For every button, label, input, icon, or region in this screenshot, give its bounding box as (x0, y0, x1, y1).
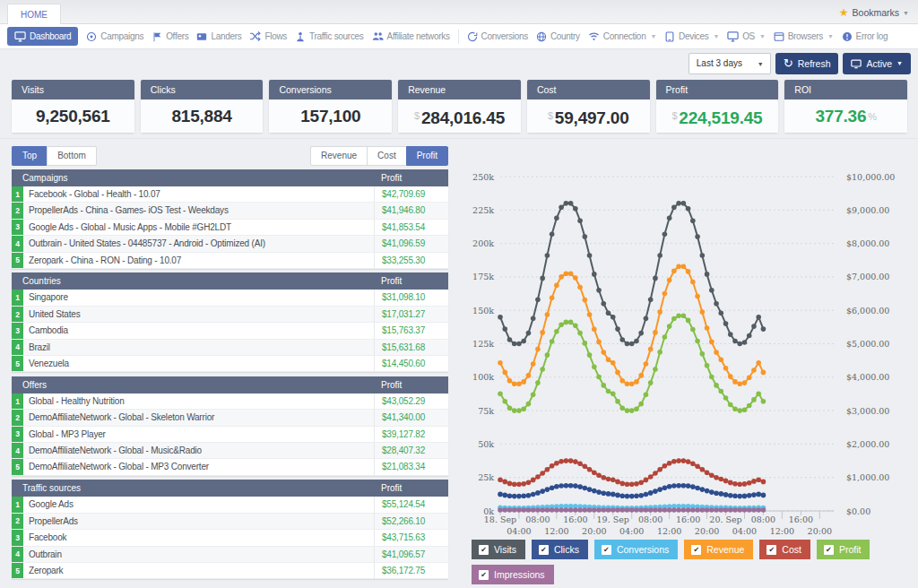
stat-value: $59,497.00 (527, 99, 650, 133)
table-row[interactable]: 5Venezuela$14,450.60 (12, 356, 448, 372)
legend-toggle-impressions[interactable]: ✔Impressions (472, 565, 554, 584)
svg-text:250k: 250k (472, 172, 494, 182)
nav-item-conversions[interactable]: Conversions (467, 31, 528, 42)
table-row[interactable]: 5Zeropark - China - RON - Dating - 10.07… (12, 253, 448, 269)
legend-toggle-visits[interactable]: ✔Visits (472, 540, 525, 559)
nav-item-landers[interactable]: Landers (196, 31, 241, 42)
row-value: $36,172.75 (374, 563, 448, 578)
date-range-select[interactable]: Last 3 days ▼ (688, 53, 771, 74)
svg-text:04:00: 04:00 (732, 526, 757, 536)
svg-text:20. Sep: 20. Sep (709, 514, 741, 524)
nav-item-os[interactable]: OS▼ (727, 30, 766, 42)
flows-icon (249, 30, 261, 42)
row-value: $39,127.82 (374, 427, 448, 442)
rank-badge: 4 (12, 547, 23, 562)
table-row[interactable]: 4Brazil$15,631.68 (12, 340, 448, 356)
row-value: $15,631.68 (374, 340, 448, 355)
svg-text:08:00: 08:00 (751, 514, 775, 524)
stat-value: 9,250,561 (12, 99, 134, 133)
toggle-bottom[interactable]: Bottom (47, 146, 97, 166)
main-nav: DashboardCampaignsOffersLandersFlowsTraf… (0, 24, 918, 49)
legend-toggle-conversions[interactable]: ✔Conversions (594, 540, 678, 559)
table-row[interactable]: 5Zeropark$36,172.75 (12, 563, 448, 579)
table-title: Offers (12, 380, 374, 390)
chart-legend: ✔Visits✔Clicks✔Conversions✔Revenue✔Cost✔… (472, 540, 914, 588)
stat-label: Visits (12, 80, 134, 99)
table-row[interactable]: 3Global - MP3 Player$39,127.82 (12, 427, 448, 443)
row-name: Venezuela (23, 356, 374, 371)
nav-item-browsers[interactable]: Browsers▼ (774, 31, 834, 42)
table-row[interactable]: 4Outbrain - United States - 04485737 - A… (12, 236, 448, 252)
nav-item-label: Offers (166, 31, 188, 41)
legend-toggle-clicks[interactable]: ✔Clicks (532, 540, 588, 559)
stat-label: Revenue (398, 80, 521, 99)
table-row[interactable]: 2DemoAffiliateNetwork - Global - Skeleto… (12, 410, 448, 426)
svg-text:12:00: 12:00 (770, 526, 794, 536)
rank-badge: 3 (12, 323, 23, 338)
legend-toggle-revenue[interactable]: ✔Revenue (684, 540, 753, 559)
svg-text:16:00: 16:00 (563, 514, 587, 524)
table-row[interactable]: 1Global - Healthy Nutrition$43,052.29 (12, 393, 448, 410)
row-value: $28,407.32 (374, 443, 448, 458)
country-icon (536, 31, 547, 42)
nav-item-traffic-sources[interactable]: Traffic sources (295, 31, 364, 42)
rank-badge: 5 (12, 356, 23, 371)
nav-item-connection[interactable]: Connection▼ (588, 30, 656, 42)
table-header: Traffic sourcesProfit (12, 480, 448, 497)
stats-row: Visits9,250,561Clicks815,884Conversions1… (12, 80, 907, 133)
row-value: $41,853.54 (374, 220, 448, 235)
table-row[interactable]: 1Facebook - Global - Health - 10.07$42,7… (12, 186, 448, 203)
nav-item-label: Browsers (788, 31, 823, 41)
legend-toggle-profit[interactable]: ✔Profit (817, 540, 870, 559)
nav-item-devices[interactable]: Devices▼ (664, 31, 719, 42)
table-row[interactable]: 3Google Ads - Global - Music Apps - Mobi… (12, 220, 448, 236)
table-row[interactable]: 4Outbrain$41,096.57 (12, 547, 448, 563)
rank-badge: 5 (12, 563, 23, 578)
rank-badge: 3 (12, 220, 23, 235)
browsers-icon (774, 31, 784, 42)
toggle-profit[interactable]: Profit (406, 146, 448, 166)
table-row[interactable]: 4DemoAffiliateNetwork - Global - Music&R… (12, 443, 448, 459)
svg-text:50k: 50k (478, 439, 494, 449)
table-row[interactable]: 2United States$17,031.27 (12, 307, 448, 323)
tab-home[interactable]: HOME (7, 4, 61, 24)
section-divider (0, 138, 918, 139)
rank-badge: 2 (12, 203, 23, 218)
rankings-toolbar: TopBottom RevenueCostProfit (12, 146, 448, 166)
offers-icon (152, 31, 162, 42)
toggle-top[interactable]: Top (12, 146, 47, 166)
legend-label: Conversions (617, 544, 669, 555)
refresh-button[interactable]: ↻ Refresh (775, 53, 839, 74)
table-row[interactable]: 1Google Ads$55,124.54 (12, 497, 448, 513)
table-row[interactable]: 5DemoAffiliateNetwork - Global - MP3 Con… (12, 459, 448, 475)
nav-item-offers[interactable]: Offers (152, 31, 188, 42)
row-value: $14,450.60 (374, 356, 448, 371)
toggle-revenue[interactable]: Revenue (310, 146, 367, 166)
table-row[interactable]: 2PropellerAds - China - Games- iOS Test … (12, 203, 448, 219)
nav-item-country[interactable]: Country (536, 31, 580, 42)
date-range-value: Last 3 days (697, 58, 742, 68)
nav-item-affiliate-networks[interactable]: Affiliate networks (372, 30, 450, 42)
row-name: Singapore (23, 290, 374, 305)
bookmarks-menu[interactable]: ★ Bookmarks ▼ (839, 6, 909, 19)
nav-item-error-log[interactable]: Error log (842, 31, 888, 42)
table-row[interactable]: 3Cambodia$15,763.37 (12, 323, 448, 339)
toggle-cost[interactable]: Cost (367, 146, 406, 166)
svg-text:$6,000.00: $6,000.00 (846, 306, 889, 316)
nav-item-dashboard[interactable]: Dashboard (7, 27, 78, 46)
row-value: $41,096.59 (374, 236, 448, 251)
table-row[interactable]: 1Singapore$31,098.10 (12, 290, 448, 306)
nav-item-flows[interactable]: Flows (249, 30, 287, 42)
nav-item-campaigns[interactable]: Campaigns (86, 31, 143, 42)
nav-item-label: Flows (264, 31, 287, 41)
table-value-header: Profit (374, 173, 448, 183)
table-row[interactable]: 2PropellerAds$52,266.10 (12, 514, 448, 530)
active-filter-button[interactable]: Active ▼ (843, 53, 911, 74)
legend-toggle-cost[interactable]: ✔Cost (759, 540, 810, 559)
row-value: $21,083.34 (374, 459, 448, 474)
nav-item-label: Affiliate networks (387, 31, 450, 41)
rank-badge: 5 (12, 459, 23, 474)
legend-label: Cost (782, 544, 801, 555)
stat-label: ROI (784, 80, 907, 99)
table-row[interactable]: 3Facebook$43,715.63 (12, 530, 448, 546)
